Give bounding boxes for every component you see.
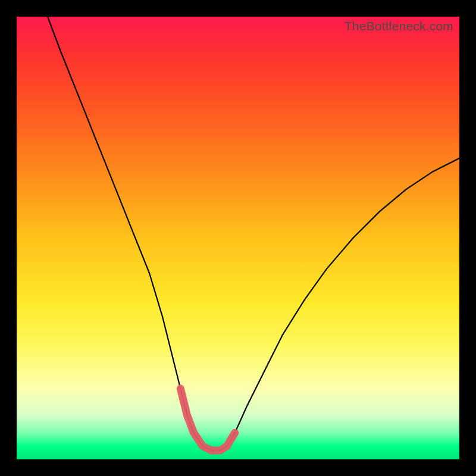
outer-frame: TheBottleneck.com <box>0 0 476 476</box>
bottleneck-curve-path <box>48 17 459 450</box>
plot-area: TheBottleneck.com <box>17 17 459 459</box>
chart-svg <box>17 17 459 459</box>
highlight-segment-path <box>180 389 235 450</box>
